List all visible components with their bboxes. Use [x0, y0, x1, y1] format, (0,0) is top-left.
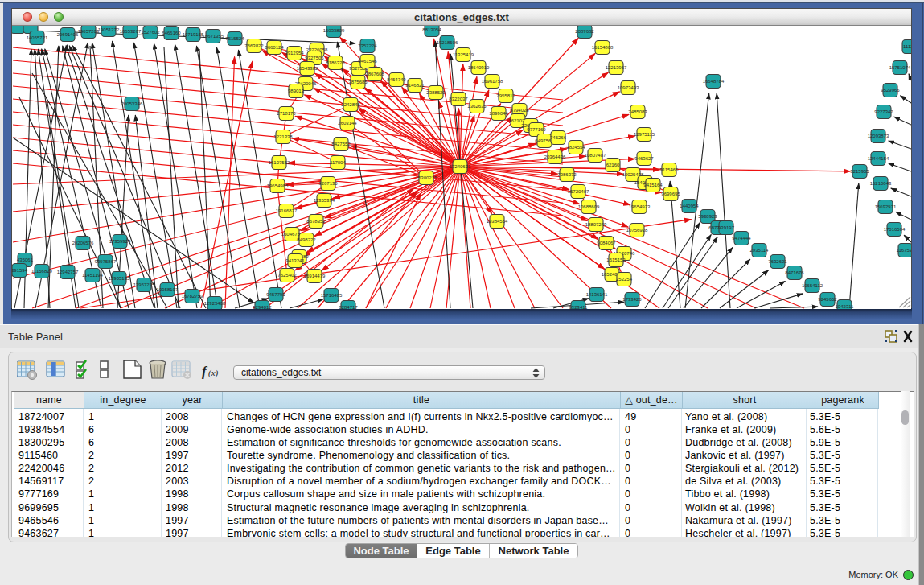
svg-text:8186328: 8186328	[326, 60, 345, 65]
svg-text:2718176: 2718176	[277, 111, 296, 116]
svg-text:2242848: 2242848	[341, 102, 360, 107]
svg-text:2388520: 2388520	[426, 90, 446, 95]
svg-text:989013: 989013	[288, 89, 305, 93]
svg-text:19051272: 19051272	[98, 27, 120, 32]
svg-text:1362635: 1362635	[467, 104, 487, 109]
svg-text:10807487: 10807487	[585, 153, 606, 158]
svg-text:11156829: 11156829	[31, 269, 52, 274]
svg-text:9474444: 9474444	[732, 236, 751, 241]
svg-text:16154808: 16154808	[592, 45, 614, 50]
svg-text:15751074: 15751074	[889, 65, 911, 70]
svg-text:391594: 391594	[12, 268, 28, 273]
svg-text:93975867: 93975867	[95, 259, 117, 264]
svg-text:9084067: 9084067	[597, 241, 616, 245]
svg-text:62160: 62160	[606, 163, 620, 167]
svg-text:16914479: 16914479	[304, 274, 326, 278]
svg-text:9699695: 9699695	[661, 192, 680, 196]
svg-text:9457791: 9457791	[266, 292, 285, 297]
svg-text:2603144: 2603144	[338, 121, 357, 126]
svg-text:10973493: 10973493	[618, 85, 639, 90]
svg-text:1899044: 1899044	[489, 111, 508, 116]
svg-text:16210643: 16210643	[870, 181, 892, 186]
svg-text:16033809: 16033809	[323, 28, 345, 33]
svg-text:9115460: 9115460	[660, 167, 680, 172]
svg-text:9146821: 9146821	[405, 83, 425, 88]
svg-text:9415164: 9415164	[643, 183, 663, 187]
svg-text:16648784: 16648784	[703, 79, 725, 84]
svg-text:17016504: 17016504	[884, 227, 906, 232]
svg-text:10958107: 10958107	[157, 287, 179, 292]
svg-text:2867608: 2867608	[365, 72, 384, 76]
svg-text:6466160: 6466160	[162, 31, 181, 35]
svg-text:435061: 435061	[17, 257, 34, 262]
svg-text:8454749: 8454749	[387, 77, 406, 82]
svg-text:8678352: 8678352	[306, 219, 326, 224]
svg-text:9777169: 9777169	[527, 127, 546, 132]
svg-text:15720407: 15720407	[568, 189, 589, 194]
svg-text:8813054: 8813054	[422, 27, 441, 32]
svg-text:117004: 117004	[330, 160, 346, 165]
svg-text:19166827: 19166827	[276, 208, 298, 213]
svg-text:5498222: 5498222	[297, 237, 316, 242]
svg-text:15716485: 15716485	[321, 293, 343, 298]
svg-text:16782759: 16782759	[182, 294, 203, 299]
svg-text:1221338: 1221338	[273, 134, 293, 139]
svg-text:19384554: 19384554	[487, 219, 508, 224]
svg-text:17240621: 17240621	[450, 164, 471, 169]
svg-text:19654985: 19654985	[267, 183, 289, 188]
svg-text:1440954: 1440954	[680, 204, 699, 208]
svg-text:8427552: 8427552	[331, 142, 351, 146]
svg-text:3215955: 3215955	[850, 169, 869, 174]
svg-text:7955812: 7955812	[496, 93, 515, 98]
svg-text:11123: 11123	[903, 44, 911, 49]
svg-text:10719155: 10719155	[183, 32, 204, 37]
svg-text:10756928: 10756928	[626, 228, 648, 233]
svg-text:f: f	[202, 364, 208, 379]
svg-text:(x): (x)	[208, 368, 219, 378]
svg-text:16543382: 16543382	[297, 66, 318, 71]
svg-text:3824554: 3824554	[566, 145, 585, 150]
svg-text:3912954: 3912954	[285, 51, 304, 56]
svg-text:12923468: 12923468	[204, 301, 226, 306]
svg-text:14055721: 14055721	[27, 35, 48, 40]
svg-text:18640910: 18640910	[468, 65, 490, 70]
svg-text:10654112: 10654112	[802, 283, 823, 288]
svg-text:2935114: 2935114	[750, 248, 770, 253]
svg-text:1042311: 1042311	[836, 304, 855, 309]
svg-text:8660124: 8660124	[265, 45, 284, 50]
svg-text:19057203: 19057203	[78, 29, 100, 34]
svg-text:15300215: 15300215	[416, 175, 437, 180]
svg-text:16671355: 16671355	[203, 34, 224, 39]
svg-text:9294812: 9294812	[253, 305, 272, 309]
svg-text:10688609: 10688609	[578, 204, 600, 209]
svg-text:19218506: 19218506	[437, 40, 458, 45]
svg-text:9413241: 9413241	[285, 258, 305, 263]
svg-text:20206576: 20206576	[72, 241, 94, 245]
svg-text:1733426: 1733426	[622, 297, 642, 302]
svg-text:20053346: 20053346	[121, 101, 143, 106]
svg-text:1167533: 1167533	[897, 248, 911, 253]
svg-text:7485083: 7485083	[628, 109, 647, 114]
svg-text:1527602: 1527602	[141, 30, 160, 35]
svg-text:8322037: 8322037	[449, 97, 468, 101]
svg-text:18807249: 18807249	[585, 222, 607, 227]
svg-text:20364436: 20364436	[544, 154, 566, 159]
svg-text:7357224: 7357224	[358, 43, 377, 48]
svg-text:1615152: 1615152	[606, 257, 626, 262]
svg-text:9327505: 9327505	[305, 56, 324, 60]
svg-text:11355394: 11355394	[314, 198, 335, 203]
svg-text:12213967: 12213967	[606, 65, 627, 70]
svg-text:8284717: 8284717	[339, 305, 358, 309]
svg-text:12444154: 12444154	[868, 156, 889, 161]
svg-text:12942757: 12942757	[57, 270, 79, 274]
svg-text:746266: 746266	[550, 135, 567, 140]
svg-text:252254: 252254	[616, 277, 633, 282]
svg-text:12905135: 12905135	[109, 276, 130, 281]
svg-text:12093873: 12093873	[868, 134, 889, 138]
svg-text:9323411: 9323411	[569, 305, 589, 309]
svg-text:20691406: 20691406	[57, 32, 79, 37]
svg-text:9245652: 9245652	[818, 297, 837, 302]
svg-text:10653267: 10653267	[120, 29, 142, 34]
svg-text:5938923: 5938923	[698, 214, 717, 219]
svg-text:7515524: 7515524	[225, 36, 244, 41]
